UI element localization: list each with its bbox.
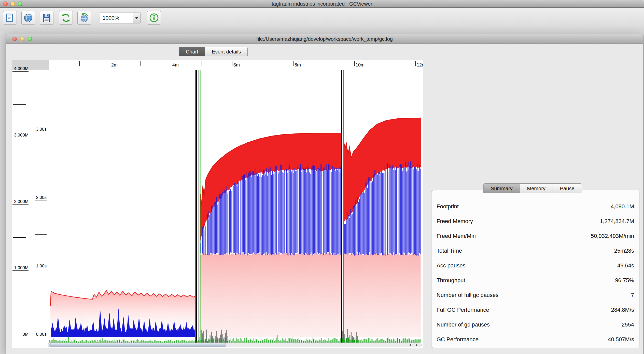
summary-row: Acc pauses49.64s bbox=[437, 258, 634, 273]
ruler-tick bbox=[79, 61, 80, 66]
ruler-tick bbox=[293, 61, 293, 66]
view-tabs: ChartEvent details bbox=[179, 47, 248, 56]
memory-axis-half-tick bbox=[13, 237, 26, 238]
ruler-tick bbox=[324, 61, 324, 66]
watch-globe-icon bbox=[79, 13, 89, 23]
memory-axis-half-tick bbox=[13, 104, 26, 105]
pause-axis-label: 2.00s bbox=[30, 195, 47, 200]
pause-axis-half-tick bbox=[35, 166, 47, 166]
ruler-tick bbox=[385, 61, 385, 66]
zoom-dropdown-button[interactable] bbox=[133, 12, 141, 23]
ruler-tick bbox=[110, 61, 110, 66]
info-icon bbox=[149, 13, 159, 23]
ruler-tick bbox=[263, 61, 263, 66]
ruler-tick-label: 10m bbox=[356, 62, 365, 68]
pause-axis-tick bbox=[35, 132, 47, 132]
open-url-globe-icon bbox=[23, 13, 33, 23]
pause-axis-label: 1.00s bbox=[30, 264, 47, 269]
chart-panel: 2m4m6m8m10m12m0M1,000M2,000M3,000M4,000M… bbox=[12, 60, 423, 348]
summary-row: Freed Memory1,274,834.7M bbox=[437, 214, 634, 229]
toolbar: 1000% bbox=[0, 8, 644, 28]
ruler-tick bbox=[232, 61, 232, 66]
pause-axis-label: 0.00s bbox=[30, 332, 47, 337]
summary-row: GC Performance40,507M/s bbox=[437, 332, 634, 347]
memory-axis-half-tick bbox=[13, 171, 26, 171]
info-button[interactable] bbox=[147, 11, 161, 25]
summary-row-value: 96.75% bbox=[615, 277, 634, 284]
pause-axis-tick bbox=[35, 269, 47, 269]
memory-axis-tick bbox=[12, 270, 29, 271]
summary-row: Number of gc pauses2554 bbox=[437, 317, 634, 332]
tab-pause[interactable]: Pause bbox=[553, 183, 582, 193]
summary-row-label: Footprint bbox=[437, 203, 459, 210]
summary-row-label: Throughput bbox=[437, 277, 465, 284]
summary-row-label: Freed Mem/Min bbox=[437, 233, 476, 239]
document-window: file:/Users/mazhiqiang/develop/workspace… bbox=[6, 34, 643, 354]
document-title: file:/Users/mazhiqiang/develop/workspace… bbox=[6, 34, 643, 44]
refresh-button[interactable] bbox=[59, 11, 73, 25]
memory-axis-tick bbox=[12, 71, 29, 72]
summary-row-value: 49.64s bbox=[617, 262, 634, 269]
pause-axis-half-tick bbox=[35, 234, 47, 235]
summary-row-label: Acc pauses bbox=[437, 262, 466, 269]
refresh-icon bbox=[61, 13, 71, 23]
pause-axis-label: 3.00s bbox=[30, 127, 47, 132]
chevron-down-icon bbox=[135, 17, 138, 19]
pause-axis-half-tick bbox=[35, 303, 47, 303]
memory-axis-half-tick bbox=[13, 304, 26, 304]
ruler-tick bbox=[354, 61, 355, 66]
memory-axis-label: 1,000M bbox=[12, 265, 29, 270]
pause-axis-tick bbox=[35, 337, 47, 337]
ruler-tick bbox=[171, 61, 171, 66]
summary-row: Full GC Performance284.8M/s bbox=[437, 303, 634, 317]
memory-axis-tick bbox=[12, 138, 29, 138]
summary-row: Freed Mem/Min50,032.403M/min bbox=[437, 229, 634, 243]
summary-row-value: 2554 bbox=[622, 321, 634, 328]
open-url-button[interactable] bbox=[21, 11, 35, 25]
summary-row: Number of full gc pauses7 bbox=[437, 288, 634, 303]
memory-axis-label: 4,000M bbox=[12, 66, 29, 71]
scrollbar-thumb[interactable] bbox=[49, 343, 226, 347]
summary-row-value: 1,274,834.7M bbox=[600, 218, 634, 225]
tab-memory[interactable]: Memory bbox=[520, 183, 553, 193]
memory-axis-label: 2,000M bbox=[12, 199, 29, 204]
scroll-right-arrow-icon[interactable] bbox=[416, 344, 418, 346]
pause-axis-half-tick bbox=[35, 98, 47, 98]
tab-summary[interactable]: Summary bbox=[483, 183, 520, 193]
chart-horizontal-scrollbar[interactable] bbox=[48, 343, 422, 347]
memory-axis-label: 0M bbox=[12, 332, 29, 337]
summary-row-value: 50,032.403M/min bbox=[591, 233, 634, 239]
summary-row-label: Freed Memory bbox=[437, 218, 473, 225]
export-button[interactable] bbox=[40, 11, 53, 25]
summary-table: Footprint4,090.1MFreed Memory1,274,834.7… bbox=[437, 199, 634, 347]
zoom-input[interactable]: 1000% bbox=[100, 12, 133, 23]
gc-chart-canvas[interactable] bbox=[49, 70, 421, 343]
scroll-left-arrow-icon[interactable] bbox=[409, 344, 411, 346]
watch-button[interactable] bbox=[77, 11, 91, 25]
open-file-icon bbox=[5, 13, 15, 23]
gcviewer-app: tagtraum industries incorporated - GCVie… bbox=[0, 0, 644, 354]
open-file-button[interactable] bbox=[3, 11, 17, 25]
summary-row: Footprint4,090.1M bbox=[437, 199, 634, 214]
tab-chart[interactable]: Chart bbox=[179, 47, 205, 56]
memory-axis-label: 3,000M bbox=[12, 133, 29, 138]
summary-row-label: Number of full gc pauses bbox=[437, 292, 498, 298]
summary-row-label: Full GC Performance bbox=[437, 307, 489, 313]
ruler-tick-label: 4m bbox=[172, 62, 179, 68]
ruler-tick bbox=[49, 61, 49, 66]
ruler-tick bbox=[202, 61, 202, 66]
ruler-tick-label: 8m bbox=[295, 62, 301, 68]
ruler-tick bbox=[141, 61, 141, 66]
right-tabs: SummaryMemoryPause bbox=[483, 183, 582, 193]
ruler-tick bbox=[415, 61, 416, 66]
summary-row: Throughput96.75% bbox=[437, 273, 634, 288]
ruler-tick-label: 6m bbox=[233, 62, 240, 68]
tab-event-details[interactable]: Event details bbox=[205, 47, 248, 56]
save-floppy-icon bbox=[41, 13, 52, 23]
window-title: tagtraum industries incorporated - GCVie… bbox=[0, 0, 644, 8]
summary-row-label: GC Performance bbox=[437, 336, 479, 343]
window-titlebar[interactable]: tagtraum industries incorporated - GCVie… bbox=[0, 0, 644, 8]
document-titlebar[interactable]: file:/Users/mazhiqiang/develop/workspace… bbox=[6, 34, 643, 44]
summary-panel: Footprint4,090.1MFreed Memory1,274,834.7… bbox=[431, 190, 639, 348]
ruler-tick-label: 12m bbox=[417, 62, 423, 68]
